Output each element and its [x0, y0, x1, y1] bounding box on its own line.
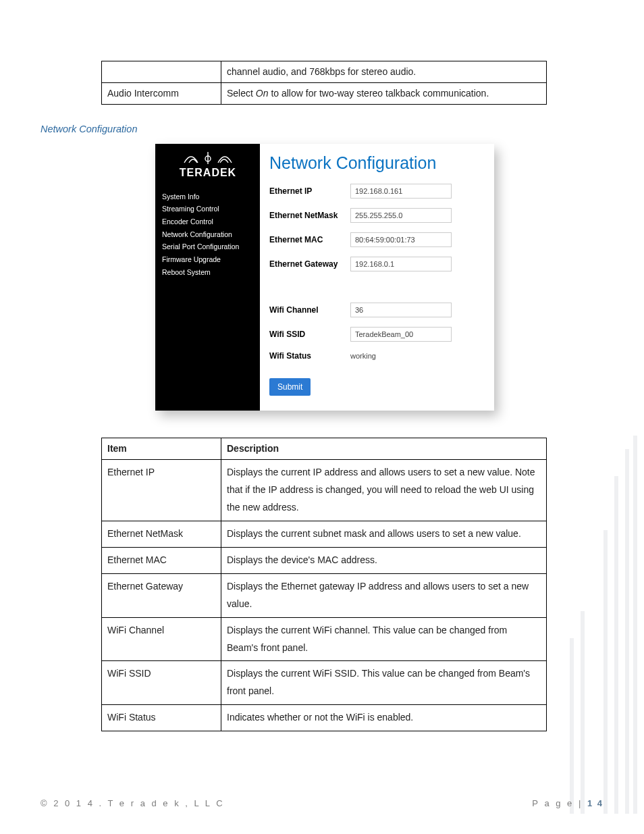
page-number-value: 1 4 — [587, 798, 603, 808]
table-cell-desc: channel audio, and 768kbps for stereo au… — [221, 61, 547, 83]
table-row: Ethernet IP Displays the current IP addr… — [102, 460, 547, 521]
ethernet-gateway-input[interactable] — [350, 257, 452, 271]
page-label: P a g e | — [532, 798, 587, 808]
sidebar-item-serial-port-configuration[interactable]: Serial Port Configuration — [162, 241, 260, 254]
text: to allow for two-way stereo talkback com… — [269, 88, 489, 99]
table-row: channel audio, and 768kbps for stereo au… — [102, 61, 547, 83]
table-row: Audio Intercomm Select On to allow for t… — [102, 82, 547, 104]
table-row: Ethernet NetMask Displays the current su… — [102, 521, 547, 548]
sidebar-item-reboot-system[interactable]: Reboot System — [162, 267, 260, 280]
config-sidebar: TERADEK System Info Streaming Control En… — [155, 144, 260, 411]
ethernet-gateway-label: Ethernet Gateway — [269, 259, 350, 269]
wifi-status-value: working — [350, 352, 465, 360]
submit-button[interactable]: Submit — [269, 378, 311, 396]
wifi-channel-label: Wifi Channel — [269, 305, 350, 315]
audio-settings-table: channel audio, and 768kbps for stereo au… — [101, 61, 547, 105]
table-cell-desc: Displays the device's MAC address. — [221, 547, 547, 573]
wifi-ssid-input[interactable] — [350, 327, 452, 342]
ethernet-ip-label: Ethernet IP — [269, 186, 350, 196]
wifi-status-label: Wifi Status — [269, 351, 350, 361]
sidebar-item-firmware-upgrade[interactable]: Firmware Upgrade — [162, 254, 260, 267]
table-cell-item: Audio Intercomm — [102, 82, 221, 104]
table-cell-item: WiFi SSID — [102, 661, 221, 705]
text-emphasis: On — [256, 88, 269, 99]
table-header-item: Item — [102, 438, 221, 460]
form-spacer — [269, 281, 465, 293]
table-cell-item-empty — [102, 61, 221, 83]
table-row: Ethernet Gateway Displays the Ethernet g… — [102, 573, 547, 617]
table-row: Ethernet MAC Displays the device's MAC a… — [102, 547, 547, 573]
table-cell-item: WiFi Channel — [102, 617, 221, 661]
table-cell-item: WiFi Status — [102, 705, 221, 731]
table-cell-item: Ethernet MAC — [102, 547, 221, 573]
network-config-screenshot: TERADEK System Info Streaming Control En… — [155, 144, 494, 411]
ethernet-ip-input[interactable] — [350, 184, 452, 199]
ethernet-netmask-label: Ethernet NetMask — [269, 211, 350, 220]
teradek-logo: TERADEK — [155, 144, 260, 184]
table-cell-desc: Displays the Ethernet gateway IP address… — [221, 573, 547, 617]
wifi-ssid-label: Wifi SSID — [269, 330, 350, 339]
ethernet-mac-label: Ethernet MAC — [269, 235, 350, 244]
footer-copyright: © 2 0 1 4 . T e r a d e k , L L C — [41, 798, 225, 808]
table-cell-desc: Displays the current WiFi SSID. This val… — [221, 661, 547, 705]
table-cell-desc: Select On to allow for two-way stereo ta… — [221, 82, 547, 104]
table-cell-desc: Displays the current WiFi channel. This … — [221, 617, 547, 661]
sidebar-item-streaming-control[interactable]: Streaming Control — [162, 203, 260, 216]
table-cell-desc: Displays the current IP address and allo… — [221, 460, 547, 521]
sidebar-item-network-configuration[interactable]: Network Configuration — [162, 229, 260, 242]
sidebar-nav-list: System Info Streaming Control Encoder Co… — [155, 184, 260, 279]
network-config-form: Ethernet IP Ethernet NetMask Ethernet MA… — [269, 184, 485, 361]
table-header-description: Description — [221, 438, 547, 460]
table-header-row: Item Description — [102, 438, 547, 460]
svg-text:TERADEK: TERADEK — [179, 167, 236, 178]
ethernet-netmask-input[interactable] — [350, 208, 452, 223]
sidebar-item-system-info[interactable]: System Info — [162, 191, 260, 204]
table-cell-desc: Indicates whether or not the WiFi is ena… — [221, 705, 547, 731]
table-row: WiFi Channel Displays the current WiFi c… — [102, 617, 547, 661]
table-cell-item: Ethernet Gateway — [102, 573, 221, 617]
network-config-description-table: Item Description Ethernet IP Displays th… — [101, 438, 547, 731]
text: Select — [227, 88, 256, 99]
section-heading-network-config: Network Configuration — [41, 124, 644, 134]
ethernet-mac-input[interactable] — [350, 232, 452, 247]
table-cell-item: Ethernet NetMask — [102, 521, 221, 548]
table-row: WiFi Status Indicates whether or not the… — [102, 705, 547, 731]
table-cell-desc: Displays the current subnet mask and all… — [221, 521, 547, 548]
page-footer: © 2 0 1 4 . T e r a d e k , L L C P a g … — [41, 798, 603, 808]
network-config-panel: Network Configuration Ethernet IP Ethern… — [260, 144, 494, 411]
wifi-channel-input[interactable] — [350, 303, 452, 317]
footer-page-number: P a g e | 1 4 — [532, 798, 603, 808]
sidebar-item-encoder-control[interactable]: Encoder Control — [162, 216, 260, 229]
table-row: WiFi SSID Displays the current WiFi SSID… — [102, 661, 547, 705]
table-cell-item: Ethernet IP — [102, 460, 221, 521]
panel-title: Network Configuration — [269, 153, 485, 173]
